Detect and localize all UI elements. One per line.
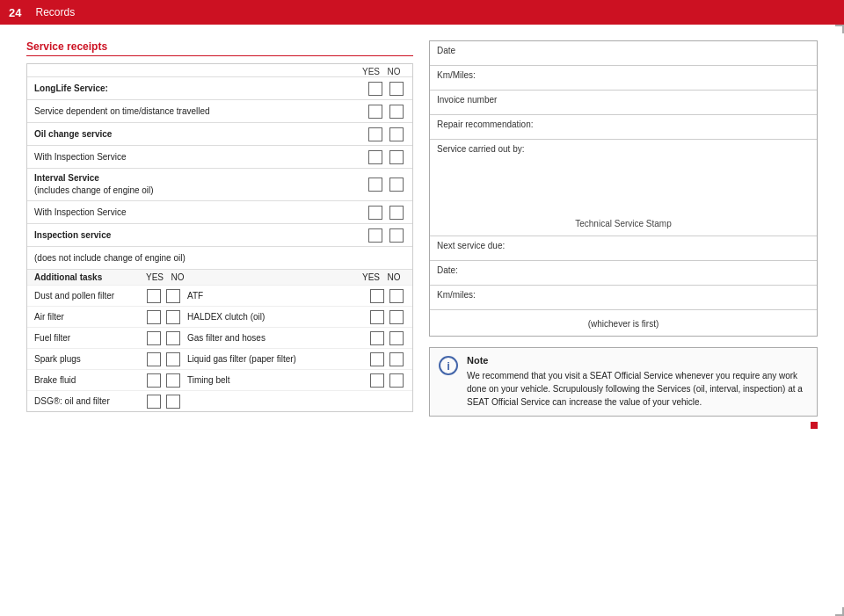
add-yes-label: YES bbox=[143, 272, 166, 282]
km-miles-field: Km/Miles: bbox=[430, 66, 817, 91]
checkbox-no[interactable] bbox=[389, 373, 404, 388]
checkbox-no[interactable] bbox=[389, 150, 404, 164]
date-label: Date bbox=[437, 46, 455, 55]
table-row: With Inspection Service bbox=[27, 145, 412, 168]
list-item: Air filter HALDEX clutch (oil) bbox=[27, 306, 412, 327]
checkbox-group bbox=[367, 105, 405, 119]
add-col4 bbox=[368, 331, 405, 345]
checkbox-yes[interactable] bbox=[147, 310, 161, 324]
section-title: Service receipts bbox=[26, 40, 413, 56]
checkbox-yes[interactable] bbox=[147, 289, 161, 303]
checkbox-no[interactable] bbox=[389, 206, 404, 220]
list-item: Spark plugs Liquid gas filter (paper fil… bbox=[27, 348, 412, 369]
checkbox-no[interactable] bbox=[389, 127, 404, 141]
km-miles-label: Km/Miles: bbox=[437, 70, 476, 80]
checkbox-no[interactable] bbox=[166, 331, 180, 345]
checkbox-no[interactable] bbox=[389, 228, 404, 243]
add-col4 bbox=[368, 352, 405, 366]
checkbox-no[interactable] bbox=[166, 310, 180, 324]
checkbox-yes[interactable] bbox=[147, 373, 161, 388]
add-col3: Gas filter and hoses bbox=[187, 333, 368, 343]
checkbox-no[interactable] bbox=[389, 289, 404, 303]
checkbox-no[interactable] bbox=[166, 373, 180, 388]
info-icon: i bbox=[439, 356, 458, 375]
add-col2 bbox=[140, 373, 187, 388]
checkbox-yes[interactable] bbox=[370, 352, 384, 366]
table-row: Interval Service(includes change of engi… bbox=[27, 168, 412, 200]
chapter-title: Records bbox=[35, 6, 75, 18]
checkbox-group bbox=[367, 127, 405, 141]
date-field: Date bbox=[430, 41, 817, 66]
checkbox-no[interactable] bbox=[166, 395, 180, 409]
checkbox-yes[interactable] bbox=[370, 331, 384, 345]
checkbox-no[interactable] bbox=[389, 352, 404, 366]
additional-yes-no2: YES NO bbox=[360, 272, 405, 282]
next-service-label: Next service due: bbox=[437, 241, 505, 250]
add-col3: ATF bbox=[187, 291, 368, 301]
red-marker bbox=[811, 422, 818, 429]
checkbox-yes[interactable] bbox=[370, 289, 384, 303]
checkbox-yes[interactable] bbox=[147, 352, 161, 366]
checkbox-group bbox=[367, 150, 405, 164]
checkbox-group bbox=[367, 82, 405, 96]
main-content: Service receipts YES NO LongLife Service… bbox=[0, 25, 844, 446]
checkbox-no[interactable] bbox=[166, 352, 180, 366]
add-col1: Fuel filter bbox=[34, 333, 140, 343]
checkbox-no[interactable] bbox=[389, 178, 404, 192]
technical-service-stamp: Technical Service Stamp bbox=[430, 219, 817, 228]
yes-no-header: YES NO bbox=[27, 64, 412, 76]
add-col3: Liquid gas filter (paper filter) bbox=[187, 354, 368, 364]
checkbox-yes[interactable] bbox=[147, 395, 161, 409]
checkbox-no[interactable] bbox=[166, 289, 180, 303]
list-item: Brake fluid Timing belt bbox=[27, 369, 412, 390]
checkbox-no[interactable] bbox=[389, 331, 404, 345]
service-label: LongLife Service: bbox=[34, 83, 367, 94]
next-km-field: Km/miles: bbox=[430, 286, 817, 310]
table-row: With Inspection Service bbox=[27, 200, 412, 223]
checkbox-yes[interactable] bbox=[147, 331, 161, 345]
checkbox-group bbox=[367, 178, 405, 192]
additional-yes-no: YES NO bbox=[140, 272, 193, 282]
whichever-field: (whichever is first) bbox=[430, 310, 817, 336]
checkbox-yes[interactable] bbox=[368, 150, 382, 164]
note-title: Note bbox=[467, 355, 808, 366]
service-stamp-box: Date Km/Miles: Invoice number Repair rec… bbox=[429, 40, 818, 337]
yes-header: YES bbox=[360, 67, 382, 76]
checkbox-yes[interactable] bbox=[368, 82, 382, 96]
service-label: With Inspection Service bbox=[34, 207, 367, 218]
checkbox-yes[interactable] bbox=[370, 373, 384, 388]
checkbox-no[interactable] bbox=[389, 310, 404, 324]
add-no2-label: NO bbox=[382, 272, 405, 282]
add-col2 bbox=[140, 395, 187, 409]
list-item: Fuel filter Gas filter and hoses bbox=[27, 327, 412, 348]
checkbox-no[interactable] bbox=[389, 82, 404, 96]
add-col1: Dust and pollen filter bbox=[34, 291, 140, 301]
next-km-label: Km/miles: bbox=[437, 290, 476, 300]
page: 24 Records Service receipts YES NO LongL… bbox=[0, 0, 844, 616]
checkbox-yes[interactable] bbox=[368, 105, 382, 119]
corner-tr bbox=[835, 25, 844, 33]
header-bar: 24 Records bbox=[0, 0, 844, 25]
checkbox-yes[interactable] bbox=[368, 178, 382, 192]
checkbox-yes[interactable] bbox=[368, 127, 382, 141]
service-label: Inspection service bbox=[34, 229, 367, 241]
left-panel: Service receipts YES NO LongLife Service… bbox=[26, 40, 413, 431]
corner-br bbox=[835, 607, 844, 616]
service-label: Oil change service bbox=[34, 128, 367, 140]
invoice-label: Invoice number bbox=[437, 95, 497, 105]
checkbox-yes[interactable] bbox=[370, 310, 384, 324]
add-col1: Spark plugs bbox=[34, 354, 140, 364]
table-row: LongLife Service: bbox=[27, 76, 412, 99]
right-panel: Date Km/Miles: Invoice number Repair rec… bbox=[429, 40, 818, 431]
checkbox-yes[interactable] bbox=[368, 228, 382, 243]
add-col2 bbox=[140, 352, 187, 366]
list-item: Dust and pollen filter ATF bbox=[27, 285, 412, 306]
next-date-label: Date: bbox=[437, 265, 458, 275]
checkbox-yes[interactable] bbox=[368, 206, 382, 220]
add-col1: Brake fluid bbox=[34, 375, 140, 385]
note-box: i Note We recommend that you visit a SEA… bbox=[429, 347, 818, 417]
checkbox-no[interactable] bbox=[389, 105, 404, 119]
add-col4 bbox=[368, 289, 405, 303]
add-col3: Timing belt bbox=[187, 375, 368, 385]
checkbox-group bbox=[367, 228, 405, 243]
